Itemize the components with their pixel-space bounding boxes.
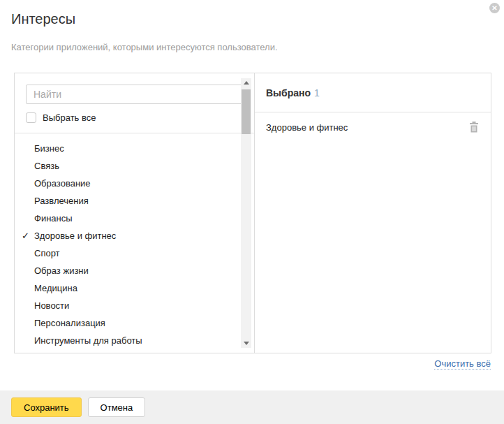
category-list-item[interactable]: Новости	[15, 297, 254, 314]
category-list-item[interactable]: ✓ Здоровье и фитнес	[15, 227, 254, 244]
category-list-item[interactable]: Развлечения	[15, 192, 254, 210]
category-label: Развлечения	[34, 196, 89, 206]
selected-header: Выбрано1	[255, 73, 491, 112]
search-input[interactable]	[26, 85, 244, 104]
clear-all-link[interactable]: Очистить всё	[434, 358, 491, 370]
available-categories-pane: Выбрать все Бизнес Связь	[15, 73, 255, 353]
close-icon[interactable]: ✕	[489, 3, 500, 13]
scroll-up-arrow-icon[interactable]	[241, 78, 251, 88]
save-button[interactable]: Сохранить	[11, 397, 82, 417]
selected-count: 1	[314, 87, 320, 98]
dialog-subtitle: Категории приложений, которыми интересую…	[11, 42, 278, 52]
category-label: Образование	[34, 178, 91, 189]
cancel-button[interactable]: Отмена	[88, 397, 146, 417]
left-pane-header: Выбрать все	[15, 73, 254, 133]
category-list-item[interactable]: Образование	[15, 175, 254, 192]
category-list-item[interactable]: Бизнес	[15, 140, 254, 157]
dialog-title: Интересы	[11, 11, 75, 27]
interests-dialog: Интересы Категории приложений, которыми …	[0, 0, 504, 424]
dual-list-panel: Выбрать все Бизнес Связь	[14, 73, 491, 353]
category-label: Инструменты для работы	[34, 335, 142, 346]
category-label: Финансы	[34, 213, 73, 224]
selected-item-row: Здоровье и фитнес	[255, 112, 491, 142]
selected-categories-pane: Выбрано1 Здоровье и фитнес	[255, 73, 491, 353]
category-label: Персонализация	[34, 318, 105, 328]
scroll-down-arrow-icon[interactable]	[241, 338, 251, 348]
category-list-item[interactable]: Инструменты для работы	[15, 332, 254, 349]
category-list-item[interactable]: Персонализация	[15, 314, 254, 332]
scroll-thumb[interactable]	[242, 89, 251, 134]
category-label: Связь	[34, 161, 59, 171]
category-list-item[interactable]: Спорт	[15, 244, 254, 262]
category-label: Бизнес	[34, 143, 64, 154]
select-all-checkbox[interactable]	[26, 112, 36, 123]
footer-bar: Сохранить Отмена	[0, 390, 504, 424]
select-all-row[interactable]: Выбрать все	[26, 112, 243, 123]
category-list: Бизнес Связь Образование Развлеч	[15, 133, 254, 353]
selected-list: Здоровье и фитнес	[255, 112, 491, 142]
category-label: Спорт	[34, 248, 60, 258]
scrollbar[interactable]	[241, 78, 251, 348]
trash-icon[interactable]	[469, 122, 479, 133]
selected-item-label: Здоровье и фитнес	[266, 122, 348, 133]
selected-label: Выбрано	[266, 87, 311, 98]
category-label: Образ жизни	[34, 265, 89, 276]
category-list-item[interactable]: Связь	[15, 157, 254, 175]
category-label: Медицина	[34, 283, 77, 293]
checkmark-icon: ✓	[22, 227, 33, 244]
category-list-item[interactable]: Медицина	[15, 279, 254, 297]
category-label: Здоровье и фитнес	[34, 231, 116, 241]
category-list-item[interactable]: Финансы	[15, 210, 254, 227]
select-all-label: Выбрать все	[43, 112, 96, 123]
category-list-item[interactable]: Образ жизни	[15, 262, 254, 279]
category-label: Новости	[34, 300, 69, 311]
